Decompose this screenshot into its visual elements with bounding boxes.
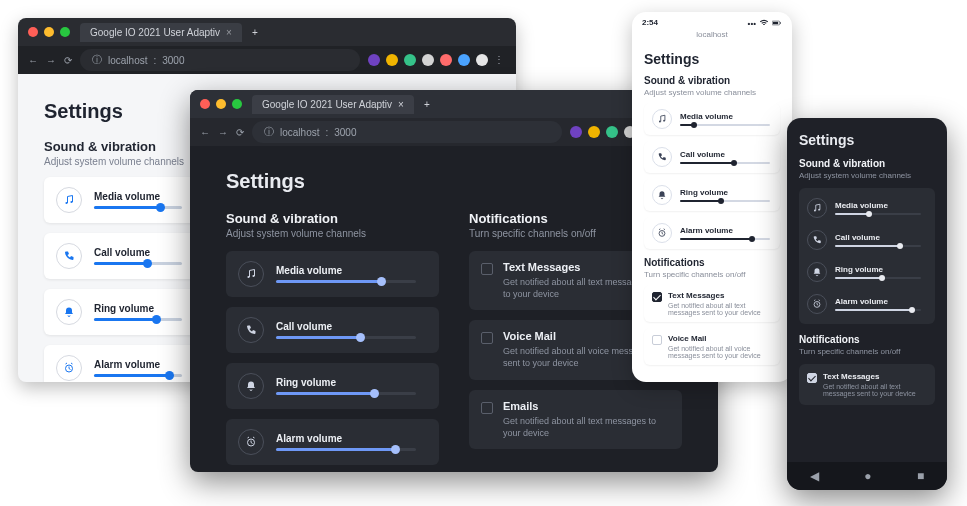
volume-slider[interactable] — [835, 277, 921, 279]
window-controls[interactable] — [200, 99, 242, 109]
volume-slider[interactable] — [835, 213, 921, 215]
battery-icon — [772, 18, 782, 28]
mobile-window-light: 2:54 ••• localhost Settings Sound & vibr… — [632, 12, 792, 382]
extension-icon[interactable] — [404, 54, 416, 66]
notification-row: Voice Mail Get notified about all voice … — [644, 328, 780, 365]
bell-icon — [652, 185, 672, 205]
music-note-icon — [652, 109, 672, 129]
notification-checkbox[interactable] — [481, 402, 493, 414]
volume-row: Call volume — [799, 224, 935, 256]
close-tab-icon[interactable]: × — [226, 27, 232, 38]
volume-row: Call volume — [226, 307, 439, 353]
new-tab-button[interactable]: + — [424, 99, 430, 110]
volume-label: Media volume — [276, 265, 416, 276]
extension-icon[interactable] — [570, 126, 582, 138]
volume-slider[interactable] — [835, 309, 921, 311]
window-controls[interactable] — [28, 27, 70, 37]
volume-slider[interactable] — [94, 206, 182, 209]
volume-label: Ring volume — [835, 265, 921, 274]
music-note-icon — [56, 187, 82, 213]
forward-button[interactable]: → — [46, 55, 56, 66]
nav-recents-button[interactable]: ■ — [917, 469, 924, 483]
new-tab-button[interactable]: + — [252, 27, 258, 38]
notification-row: Emails Get notified about all text messa… — [469, 390, 682, 449]
volume-row: Ring volume — [799, 256, 935, 288]
extensions-area: ⋮ — [368, 54, 506, 66]
alarm-icon — [807, 294, 827, 314]
minimize-window-icon[interactable] — [44, 27, 54, 37]
volume-slider[interactable] — [94, 318, 182, 321]
menu-icon[interactable]: ⋮ — [494, 54, 506, 66]
browser-tab[interactable]: Google IO 2021 User Adaptiv × — [252, 95, 414, 114]
url-host: localhost — [280, 127, 319, 138]
notification-checkbox[interactable] — [481, 263, 493, 275]
volume-label: Alarm volume — [94, 359, 182, 370]
back-button[interactable]: ← — [28, 55, 38, 66]
notification-checkbox[interactable] — [481, 332, 493, 344]
extension-icon[interactable] — [458, 54, 470, 66]
nav-back-button[interactable]: ◀ — [810, 469, 819, 483]
bell-icon — [56, 299, 82, 325]
maximize-window-icon[interactable] — [232, 99, 242, 109]
volume-slider[interactable] — [276, 336, 416, 339]
notification-title: Voice Mail — [668, 334, 772, 343]
volume-slider[interactable] — [835, 245, 921, 247]
alarm-icon — [652, 223, 672, 243]
volume-slider[interactable] — [276, 392, 416, 395]
volume-row: Alarm volume — [644, 217, 780, 249]
address-bar[interactable]: ⓘ localhost:3000 — [80, 49, 360, 71]
reload-button[interactable]: ⟳ — [64, 55, 72, 66]
status-time: 2:54 — [642, 18, 658, 28]
section-title-notifications: Notifications — [644, 257, 780, 268]
close-window-icon[interactable] — [200, 99, 210, 109]
extension-icon[interactable] — [588, 126, 600, 138]
notification-checkbox[interactable] — [652, 335, 662, 345]
address-bar[interactable]: ⓘ localhost:3000 — [252, 121, 562, 143]
maximize-window-icon[interactable] — [60, 27, 70, 37]
close-tab-icon[interactable]: × — [398, 99, 404, 110]
site-info-icon[interactable]: ⓘ — [92, 53, 102, 67]
url-port: 3000 — [334, 127, 356, 138]
tab-title: Google IO 2021 User Adaptiv — [90, 27, 220, 38]
volume-label: Media volume — [94, 191, 182, 202]
extension-icon[interactable] — [422, 54, 434, 66]
back-button[interactable]: ← — [200, 127, 210, 138]
url-port: 3000 — [162, 55, 184, 66]
volume-slider[interactable] — [94, 262, 182, 265]
extension-icon[interactable] — [606, 126, 618, 138]
volume-slider[interactable] — [94, 374, 182, 377]
phone-icon — [56, 243, 82, 269]
volume-slider[interactable] — [680, 238, 770, 240]
browser-tab[interactable]: Google IO 2021 User Adaptiv × — [80, 23, 242, 42]
forward-button[interactable]: → — [218, 127, 228, 138]
reload-button[interactable]: ⟳ — [236, 127, 244, 138]
extension-icon[interactable] — [476, 54, 488, 66]
notification-desc: Get notified about all text messages to … — [503, 415, 670, 439]
svg-point-13 — [818, 209, 820, 211]
phone-icon — [238, 317, 264, 343]
close-window-icon[interactable] — [28, 27, 38, 37]
volume-row: Ring volume — [226, 363, 439, 409]
extension-icon[interactable] — [368, 54, 380, 66]
extension-icon[interactable] — [386, 54, 398, 66]
extension-icon[interactable] — [440, 54, 452, 66]
volume-slider[interactable] — [680, 124, 770, 126]
svg-point-3 — [247, 276, 249, 278]
address-bar-row: ← → ⟳ ⓘ localhost:3000 ⋮ — [18, 46, 516, 74]
volume-label: Alarm volume — [680, 226, 770, 235]
notification-desc: Get notified about all text messages sen… — [823, 383, 927, 397]
volume-slider[interactable] — [276, 280, 416, 283]
volume-slider[interactable] — [680, 162, 770, 164]
svg-point-0 — [65, 202, 67, 204]
section-subtitle-sound: Adjust system volume channels — [644, 88, 780, 97]
notification-row: Text Messages Get notified about all tex… — [644, 285, 780, 322]
notification-checkbox[interactable] — [652, 292, 662, 302]
volume-slider[interactable] — [680, 200, 770, 202]
nav-home-button[interactable]: ● — [864, 469, 871, 483]
volume-slider[interactable] — [276, 448, 416, 451]
section-title-sound: Sound & vibration — [799, 158, 935, 169]
minimize-window-icon[interactable] — [216, 99, 226, 109]
notification-checkbox[interactable] — [807, 373, 817, 383]
svg-rect-7 — [780, 22, 781, 24]
site-info-icon[interactable]: ⓘ — [264, 125, 274, 139]
